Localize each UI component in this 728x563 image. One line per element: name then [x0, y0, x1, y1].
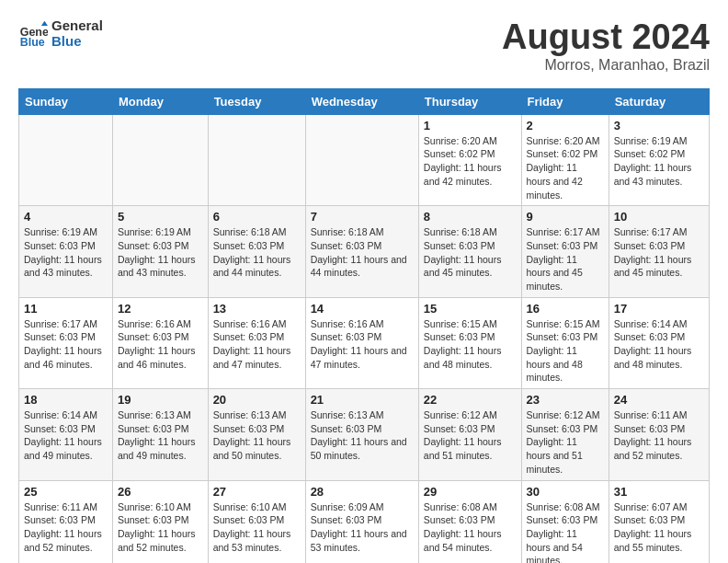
header-tuesday: Tuesday: [208, 88, 305, 114]
day-info: Sunrise: 6:20 AM Sunset: 6:02 PM Dayligh…: [527, 134, 604, 201]
svg-text:Blue: Blue: [20, 36, 45, 49]
calendar-cell: 10Sunrise: 6:17 AM Sunset: 6:03 PM Dayli…: [609, 206, 709, 297]
day-number: 23: [527, 393, 604, 407]
day-number: 12: [118, 302, 203, 316]
calendar-cell: 25Sunrise: 6:11 AM Sunset: 6:03 PM Dayli…: [19, 480, 113, 563]
day-info: Sunrise: 6:10 AM Sunset: 6:03 PM Dayligh…: [213, 500, 301, 555]
day-number: 1: [424, 119, 517, 132]
calendar-cell: 24Sunrise: 6:11 AM Sunset: 6:03 PM Dayli…: [609, 389, 709, 480]
day-number: 24: [614, 393, 704, 407]
calendar-row-2: 11Sunrise: 6:17 AM Sunset: 6:03 PM Dayli…: [19, 297, 710, 388]
calendar-cell: 5Sunrise: 6:19 AM Sunset: 6:03 PM Daylig…: [112, 206, 208, 297]
calendar-cell: 1Sunrise: 6:20 AM Sunset: 6:02 PM Daylig…: [418, 114, 521, 205]
day-number: 26: [118, 485, 203, 499]
day-number: 18: [24, 393, 108, 407]
day-info: Sunrise: 6:16 AM Sunset: 6:03 PM Dayligh…: [311, 317, 414, 372]
day-info: Sunrise: 6:18 AM Sunset: 6:03 PM Dayligh…: [213, 225, 301, 280]
calendar-cell: 2Sunrise: 6:20 AM Sunset: 6:02 PM Daylig…: [521, 114, 609, 205]
day-info: Sunrise: 6:09 AM Sunset: 6:03 PM Dayligh…: [311, 500, 414, 555]
day-info: Sunrise: 6:17 AM Sunset: 6:03 PM Dayligh…: [527, 225, 604, 293]
page-title: August 2024: [502, 18, 710, 57]
day-info: Sunrise: 6:10 AM Sunset: 6:03 PM Dayligh…: [118, 500, 203, 555]
logo: General Blue General Blue: [18, 18, 103, 49]
day-number: 22: [424, 393, 517, 407]
logo-line2: Blue: [51, 34, 103, 50]
day-number: 15: [424, 302, 517, 316]
calendar-header-row: SundayMondayTuesdayWednesdayThursdayFrid…: [19, 88, 710, 114]
day-info: Sunrise: 6:18 AM Sunset: 6:03 PM Dayligh…: [311, 225, 414, 280]
calendar-cell: 30Sunrise: 6:08 AM Sunset: 6:03 PM Dayli…: [521, 480, 609, 563]
day-number: 17: [614, 302, 704, 316]
day-number: 6: [213, 210, 301, 224]
calendar-cell: 20Sunrise: 6:13 AM Sunset: 6:03 PM Dayli…: [208, 389, 305, 480]
day-info: Sunrise: 6:11 AM Sunset: 6:03 PM Dayligh…: [24, 500, 108, 555]
day-info: Sunrise: 6:19 AM Sunset: 6:03 PM Dayligh…: [118, 225, 203, 280]
day-number: 2: [527, 119, 604, 132]
day-info: Sunrise: 6:08 AM Sunset: 6:03 PM Dayligh…: [527, 500, 604, 563]
calendar-cell: 29Sunrise: 6:08 AM Sunset: 6:03 PM Dayli…: [418, 480, 521, 563]
day-info: Sunrise: 6:18 AM Sunset: 6:03 PM Dayligh…: [424, 225, 517, 280]
calendar-cell: 21Sunrise: 6:13 AM Sunset: 6:03 PM Dayli…: [305, 389, 418, 480]
calendar-cell: 6Sunrise: 6:18 AM Sunset: 6:03 PM Daylig…: [208, 206, 305, 297]
day-number: 9: [527, 210, 604, 224]
day-number: 27: [213, 485, 301, 499]
calendar-cell: 8Sunrise: 6:18 AM Sunset: 6:03 PM Daylig…: [418, 206, 521, 297]
calendar-row-3: 18Sunrise: 6:14 AM Sunset: 6:03 PM Dayli…: [19, 389, 710, 480]
calendar-cell: 19Sunrise: 6:13 AM Sunset: 6:03 PM Dayli…: [112, 389, 208, 480]
day-number: 31: [614, 485, 704, 499]
calendar-cell: 14Sunrise: 6:16 AM Sunset: 6:03 PM Dayli…: [305, 297, 418, 388]
calendar-cell: 23Sunrise: 6:12 AM Sunset: 6:03 PM Dayli…: [521, 389, 609, 480]
day-number: 14: [311, 302, 414, 316]
day-info: Sunrise: 6:13 AM Sunset: 6:03 PM Dayligh…: [118, 408, 203, 463]
calendar-cell: 16Sunrise: 6:15 AM Sunset: 6:03 PM Dayli…: [521, 297, 609, 388]
day-number: 20: [213, 393, 301, 407]
day-number: 10: [614, 210, 704, 224]
calendar-row-0: 1Sunrise: 6:20 AM Sunset: 6:02 PM Daylig…: [19, 114, 710, 205]
calendar-cell: 4Sunrise: 6:19 AM Sunset: 6:03 PM Daylig…: [19, 206, 113, 297]
logo-line1: General: [51, 18, 103, 34]
header-thursday: Thursday: [418, 88, 521, 114]
logo-icon: General Blue: [18, 19, 48, 49]
day-info: Sunrise: 6:11 AM Sunset: 6:03 PM Dayligh…: [614, 408, 704, 463]
page-subtitle: Morros, Maranhao, Brazil: [502, 57, 710, 74]
day-number: 28: [311, 485, 414, 499]
day-info: Sunrise: 6:08 AM Sunset: 6:03 PM Dayligh…: [424, 500, 517, 555]
day-number: 11: [24, 302, 108, 316]
day-number: 4: [24, 210, 108, 224]
day-info: Sunrise: 6:16 AM Sunset: 6:03 PM Dayligh…: [118, 317, 203, 372]
header-monday: Monday: [112, 88, 208, 114]
calendar-cell: [19, 114, 113, 205]
calendar-cell: 27Sunrise: 6:10 AM Sunset: 6:03 PM Dayli…: [208, 480, 305, 563]
page-header: General Blue General Blue August 2024 Mo…: [18, 18, 710, 74]
title-area: August 2024 Morros, Maranhao, Brazil: [502, 18, 710, 74]
day-info: Sunrise: 6:14 AM Sunset: 6:03 PM Dayligh…: [24, 408, 108, 463]
day-info: Sunrise: 6:20 AM Sunset: 6:02 PM Dayligh…: [424, 134, 517, 189]
day-info: Sunrise: 6:12 AM Sunset: 6:03 PM Dayligh…: [527, 408, 604, 476]
day-number: 16: [527, 302, 604, 316]
calendar-cell: 7Sunrise: 6:18 AM Sunset: 6:03 PM Daylig…: [305, 206, 418, 297]
day-info: Sunrise: 6:16 AM Sunset: 6:03 PM Dayligh…: [213, 317, 301, 372]
calendar-row-1: 4Sunrise: 6:19 AM Sunset: 6:03 PM Daylig…: [19, 206, 710, 297]
calendar-cell: 15Sunrise: 6:15 AM Sunset: 6:03 PM Dayli…: [418, 297, 521, 388]
day-info: Sunrise: 6:13 AM Sunset: 6:03 PM Dayligh…: [311, 408, 414, 463]
day-number: 8: [424, 210, 517, 224]
day-info: Sunrise: 6:15 AM Sunset: 6:03 PM Dayligh…: [527, 317, 604, 385]
calendar-cell: 26Sunrise: 6:10 AM Sunset: 6:03 PM Dayli…: [112, 480, 208, 563]
day-info: Sunrise: 6:13 AM Sunset: 6:03 PM Dayligh…: [213, 408, 301, 463]
calendar-cell: 12Sunrise: 6:16 AM Sunset: 6:03 PM Dayli…: [112, 297, 208, 388]
day-info: Sunrise: 6:17 AM Sunset: 6:03 PM Dayligh…: [614, 225, 704, 280]
header-saturday: Saturday: [609, 88, 709, 114]
calendar-cell: 17Sunrise: 6:14 AM Sunset: 6:03 PM Dayli…: [609, 297, 709, 388]
header-wednesday: Wednesday: [305, 88, 418, 114]
day-number: 3: [614, 119, 704, 132]
calendar-cell: 9Sunrise: 6:17 AM Sunset: 6:03 PM Daylig…: [521, 206, 609, 297]
calendar-cell: 3Sunrise: 6:19 AM Sunset: 6:02 PM Daylig…: [609, 114, 709, 205]
svg-marker-2: [41, 20, 48, 25]
day-info: Sunrise: 6:14 AM Sunset: 6:03 PM Dayligh…: [614, 317, 704, 372]
calendar-table: SundayMondayTuesdayWednesdayThursdayFrid…: [18, 88, 710, 563]
day-number: 21: [311, 393, 414, 407]
calendar-cell: 22Sunrise: 6:12 AM Sunset: 6:03 PM Dayli…: [418, 389, 521, 480]
day-number: 13: [213, 302, 301, 316]
calendar-row-4: 25Sunrise: 6:11 AM Sunset: 6:03 PM Dayli…: [19, 480, 710, 563]
day-info: Sunrise: 6:19 AM Sunset: 6:02 PM Dayligh…: [614, 134, 704, 189]
